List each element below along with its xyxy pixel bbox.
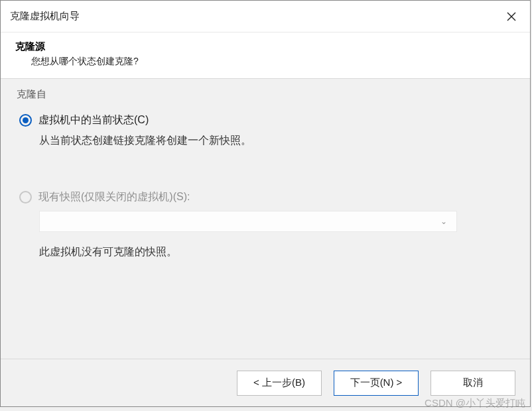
clone-from-group: 克隆自 虚拟机中的当前状态(C) 从当前状态创建链接克隆将创建一个新快照。 现有… (13, 95, 518, 264)
snapshot-dropdown: ⌄ (39, 211, 457, 232)
wizard-header: 克隆源 您想从哪个状态创建克隆? (1, 32, 530, 79)
no-snapshot-note: 此虚拟机没有可克隆的快照。 (39, 245, 511, 259)
current-state-desc: 从当前状态创建链接克隆将创建一个新快照。 (39, 134, 511, 148)
clone-wizard-dialog: 克隆虚拟机向导 克隆源 您想从哪个状态创建克隆? 克隆自 虚拟机中的当前状态(C… (0, 0, 531, 407)
back-button[interactable]: < 上一步(B) (237, 371, 322, 396)
page-subtitle: 您想从哪个状态创建克隆? (15, 56, 515, 68)
radio-existing-snapshot-label: 现有快照(仅限关闭的虚拟机)(S): (38, 190, 190, 204)
radio-current-state[interactable]: 虚拟机中的当前状态(C) (19, 113, 511, 127)
radio-existing-snapshot: 现有快照(仅限关闭的虚拟机)(S): (19, 190, 511, 204)
group-legend: 克隆自 (14, 88, 49, 101)
wizard-footer: < 上一步(B) 下一页(N) > 取消 (1, 359, 530, 406)
wizard-body: 克隆自 虚拟机中的当前状态(C) 从当前状态创建链接克隆将创建一个新快照。 现有… (1, 79, 530, 359)
titlebar: 克隆虚拟机向导 (1, 1, 530, 32)
window-title: 克隆虚拟机向导 (10, 10, 501, 23)
next-button[interactable]: 下一页(N) > (334, 371, 419, 396)
radio-icon-unselected (19, 191, 32, 204)
page-title: 克隆源 (15, 40, 515, 53)
close-button[interactable] (501, 6, 522, 27)
close-icon (507, 12, 516, 21)
chevron-down-icon: ⌄ (440, 217, 447, 226)
radio-icon-selected (19, 114, 32, 127)
cancel-button[interactable]: 取消 (431, 371, 515, 396)
radio-current-state-label: 虚拟机中的当前状态(C) (38, 113, 149, 127)
